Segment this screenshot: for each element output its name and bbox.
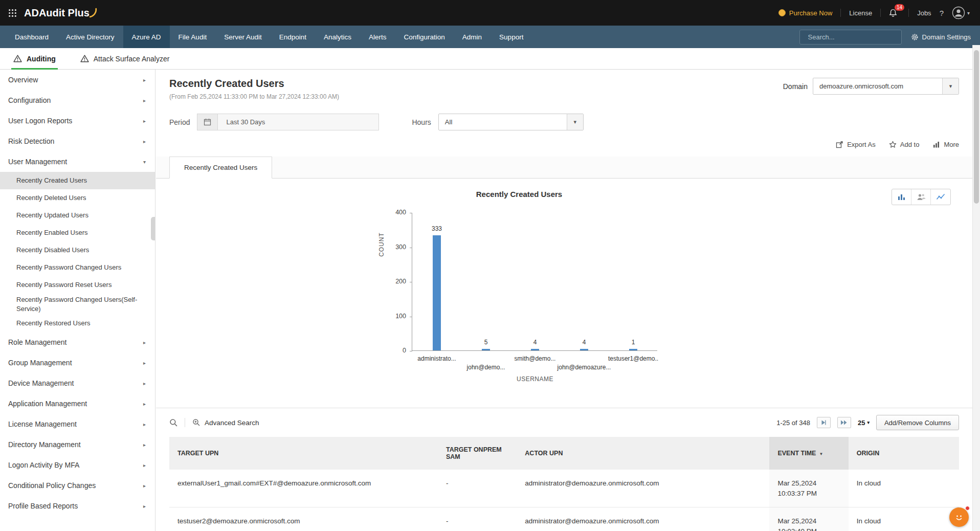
nav-tab-endpoint[interactable]: Endpoint <box>271 26 315 48</box>
bar-value-label: 5 <box>476 339 496 346</box>
sidebar-item-user-management[interactable]: User Management▾ <box>0 151 155 172</box>
advanced-search-icon <box>192 418 201 427</box>
chart-bar-smith-demo[interactable] <box>531 349 539 350</box>
next-page-button[interactable] <box>817 417 831 428</box>
license-link[interactable]: License <box>849 9 872 17</box>
chat-support-button[interactable] <box>949 507 969 527</box>
sidebar-item-overview[interactable]: Overview▸ <box>0 70 155 90</box>
domain-settings-button[interactable]: Domain Settings <box>911 33 971 41</box>
nav-tab-alerts[interactable]: Alerts <box>360 26 395 48</box>
user-menu[interactable]: ▾ <box>952 6 970 19</box>
sidebar-item-recently-password-reset-users[interactable]: Recently Password Reset Users <box>0 276 155 294</box>
sidebar-item-user-logon-reports[interactable]: User Logon Reports▸ <box>0 110 155 131</box>
chat-notification-dot <box>965 506 970 511</box>
sidebar-item-directory-management[interactable]: Directory Management▸ <box>0 434 155 455</box>
tab-auditing[interactable]: Auditing <box>11 48 58 70</box>
column-header-event-time[interactable]: EVENT TIME▼ <box>769 437 848 470</box>
column-header-origin[interactable]: ORIGIN <box>849 437 959 470</box>
sidebar-item-label: Role Management <box>8 338 66 346</box>
notifications-button[interactable]: 14 <box>889 9 900 17</box>
app-logo[interactable]: ADAudit Plus <box>24 7 98 19</box>
page-size-select[interactable]: 25 ▾ <box>858 419 870 427</box>
nav-tab-azure-ad[interactable]: Azure AD <box>123 26 170 48</box>
chart-bar-john-demoazure[interactable] <box>580 349 588 350</box>
sidebar-item-configuration[interactable]: Configuration▸ <box>0 90 155 110</box>
nav-tab-support[interactable]: Support <box>491 26 532 48</box>
table-toolbar: Advanced Search 1-25 of 348 25 ▾ Add/Rem… <box>156 408 972 437</box>
sidebar-item-recently-password-changed-users-self-service[interactable]: Recently Password Changed Users(Self-Ser… <box>0 294 155 315</box>
apps-grid-icon[interactable] <box>8 9 17 17</box>
cell-target-onprem-sam: - <box>438 507 517 531</box>
tab-recently-created-users[interactable]: Recently Created Users <box>169 157 272 179</box>
vertical-scrollbar[interactable] <box>972 45 980 531</box>
search-icon[interactable] <box>169 418 177 427</box>
help-button[interactable]: ? <box>940 9 944 17</box>
add-to-button[interactable]: Add to <box>889 141 920 148</box>
sidebar-item-profile-based-reports[interactable]: Profile Based Reports▸ <box>0 496 155 516</box>
sidebar-item-application-management[interactable]: Application Management▸ <box>0 393 155 414</box>
sidebar-collapse-handle[interactable] <box>151 217 155 240</box>
sidebar-item-group-management[interactable]: Group Management▸ <box>0 352 155 373</box>
chevron-right-icon: ▸ <box>143 503 146 509</box>
tab-attack-surface-analyzer[interactable]: Attack Surface Analyzer <box>78 48 172 70</box>
bar-value-label: 4 <box>574 339 594 346</box>
column-header-target-onprem-sam[interactable]: TARGET ONPREM SAM <box>438 437 517 470</box>
sidebar-item-device-management[interactable]: Device Management▸ <box>0 373 155 393</box>
scrollbar-thumb[interactable] <box>974 50 979 204</box>
period-input[interactable]: Last 30 Days <box>197 114 379 130</box>
bar-chart-icon[interactable] <box>892 189 911 205</box>
more-button[interactable]: More <box>932 141 959 148</box>
nav-tab-server-audit[interactable]: Server Audit <box>215 26 271 48</box>
sidebar-item-role-management[interactable]: Role Management▸ <box>0 332 155 352</box>
advanced-search-button[interactable]: Advanced Search <box>192 418 259 427</box>
y-tick-label: 0 <box>386 347 406 354</box>
cell-target-upn: testuser2@demoazure.onmicrosoft.com <box>169 507 438 531</box>
nav-tab-active-directory[interactable]: Active Directory <box>57 26 123 48</box>
search-input[interactable] <box>808 33 898 41</box>
sidebar-item-license-management[interactable]: License Management▸ <box>0 414 155 434</box>
sidebar-item-label: Conditional Policy Changes <box>8 481 96 490</box>
sidebar-item-label: Application Management <box>8 400 87 408</box>
domain-select-value: demoazure.onmicrosoft.com <box>813 82 909 90</box>
calendar-icon[interactable] <box>197 114 218 130</box>
chevron-down-icon: ▾ <box>867 420 870 425</box>
column-header-actor-upn[interactable]: ACTOR UPN <box>517 437 769 470</box>
sidebar-item-recently-disabled-users[interactable]: Recently Disabled Users <box>0 241 155 259</box>
chart-bar-administrato[interactable] <box>433 235 441 350</box>
nav-tab-file-audit[interactable]: File Audit <box>170 26 216 48</box>
period-value: Last 30 Days <box>218 118 273 126</box>
sidebar-item-recently-deleted-users[interactable]: Recently Deleted Users <box>0 189 155 207</box>
add-remove-columns-button[interactable]: Add/Remove Columns <box>876 415 959 430</box>
sidebar-item-recently-enabled-users[interactable]: Recently Enabled Users <box>0 224 155 241</box>
nav-tab-admin[interactable]: Admin <box>454 26 491 48</box>
sidebar-item-logon-activity-by-mfa[interactable]: Logon Activity By MFA▸ <box>0 455 155 475</box>
sidebar-item-recently-password-changed-users[interactable]: Recently Password Changed Users <box>0 259 155 276</box>
sidebar-item-recently-created-users[interactable]: Recently Created Users <box>0 172 155 189</box>
column-header-target-upn[interactable]: TARGET UPN <box>169 437 438 470</box>
domain-select[interactable]: demoazure.onmicrosoft.com ▾ <box>813 78 959 95</box>
sidebar-item-conditional-policy-changes[interactable]: Conditional Policy Changes▸ <box>0 475 155 496</box>
user-report-icon[interactable] <box>911 189 931 205</box>
table-row[interactable]: externalUser1_gmail.com#EXT#@demoazure.o… <box>169 470 959 507</box>
sidebar-item-risk-detection[interactable]: Risk Detection▸ <box>0 131 155 151</box>
last-page-button[interactable] <box>837 417 851 428</box>
nav-tab-configuration[interactable]: Configuration <box>395 26 454 48</box>
chevron-right-icon: ▸ <box>143 422 146 427</box>
warning-icon <box>13 55 22 62</box>
line-chart-icon[interactable] <box>931 189 950 205</box>
chart-bar-testuser1-demo[interactable] <box>629 349 637 350</box>
table-row[interactable]: testuser2@demoazure.onmicrosoft.com-admi… <box>169 507 959 531</box>
purchase-now-link[interactable]: Purchase Now <box>778 9 833 17</box>
sidebar-item-recently-updated-users[interactable]: Recently Updated Users <box>0 207 155 224</box>
cell-actor-upn: administrator@demoazure.onmicrosoft.com <box>517 507 769 531</box>
hours-select[interactable]: All ▾ <box>438 114 584 130</box>
nav-tab-analytics[interactable]: Analytics <box>315 26 360 48</box>
export-as-button[interactable]: Export As <box>836 141 876 148</box>
nav-tab-dashboard[interactable]: Dashboard <box>6 26 57 48</box>
sidebar-item-recently-restored-users[interactable]: Recently Restored Users <box>0 315 155 332</box>
cell-target-upn: externalUser1_gmail.com#EXT#@demoazure.o… <box>169 470 438 507</box>
chart-bar-john-demo[interactable] <box>482 349 490 350</box>
jobs-link[interactable]: Jobs <box>917 9 931 17</box>
report-tabstrip: Recently Created Users <box>156 157 972 179</box>
global-search[interactable] <box>799 30 902 45</box>
